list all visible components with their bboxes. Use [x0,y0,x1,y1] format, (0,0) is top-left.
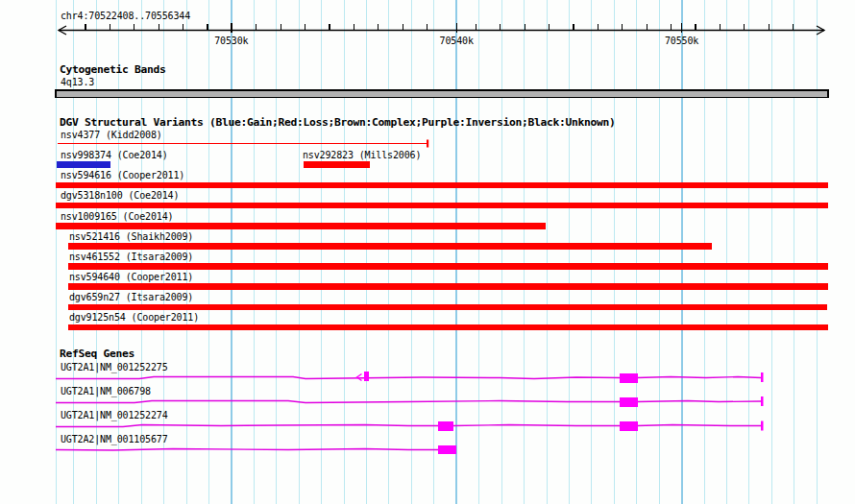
gene-exon-block[interactable] [438,445,456,455]
variant-label[interactable]: nsv594640 (Cooper2011) [69,272,193,282]
variant-bar[interactable] [68,263,828,270]
gene-end-tick [761,396,764,406]
variant-label[interactable]: nsv4377 (Kidd2008) [61,130,162,140]
section-title-cytogenetic-bands: Cytogenetic Bands [60,64,166,76]
variant-bar[interactable] [56,203,828,209]
section-title-refseq-genes: RefSeq Genes [60,348,134,360]
gene-intron-line[interactable] [56,425,761,427]
gene-exon-block[interactable] [620,421,638,431]
gene-intron-line[interactable] [56,401,761,403]
region-coordinates-label: chr4:70522408..70556344 [61,11,190,21]
variant-bar[interactable] [68,304,827,311]
variant-label[interactable]: nsv461552 (Itsara2009) [69,252,193,262]
gene-exon-block[interactable] [620,397,638,407]
variant-bar[interactable] [68,243,712,250]
variant-bar[interactable] [56,223,546,229]
gene-exon-block[interactable] [364,372,369,382]
gene-direction-arrow-icon [357,374,362,381]
variant-label[interactable]: nsv292823 (Mills2006) [303,150,421,160]
variant-bar[interactable] [56,182,828,189]
variant-label[interactable]: dgv5318n100 (Coe2014) [61,190,179,201]
ruler-tick-label: 70530k [208,36,255,46]
section-title-dgv-variants: DGV Structural Variants (Blue:Gain;Red:L… [60,117,616,129]
variant-label[interactable]: nsv998374 (Coe2014) [61,150,168,160]
cytoband-bar[interactable] [56,90,828,98]
ruler-tick-label: 70550k [659,36,705,46]
gene-end-tick [761,421,764,431]
variant-label[interactable]: nsv1009165 (Coe2014) [61,211,173,222]
variant-label[interactable]: dgv9125n54 (Cooper2011) [69,312,199,323]
gene-intron-line[interactable] [56,449,442,451]
variant-bar[interactable] [57,161,110,168]
gene-label[interactable]: UGT2A2|NM_001105677 [61,434,168,444]
gene-end-tick [761,372,764,382]
gene-label[interactable]: UGT2A1|NM_001252275 [61,362,168,372]
ruler-tick-label: 70540k [433,36,479,46]
variant-bar[interactable] [68,283,828,290]
genome-browser-view: chr4:70522408..70556344 Cytogenetic Band… [0,0,855,504]
cytoband-label: 4q13.3 [61,77,94,87]
variant-label[interactable]: nsv594616 (Cooper2011) [61,170,184,180]
variant-end-tick [427,140,428,148]
gene-label[interactable]: UGT2A1|NM_006798 [61,386,151,396]
variant-bar[interactable] [68,324,828,331]
gene-exon-block[interactable] [620,373,638,383]
variant-label[interactable]: nsv521416 (Shaikh2009) [69,231,193,242]
variant-label[interactable]: dgv659n27 (Itsara2009) [69,292,193,302]
variant-bar[interactable] [304,161,370,168]
gene-label[interactable]: UGT2A1|NM_001252274 [61,410,168,420]
gene-exon-block[interactable] [438,421,453,431]
gene-intron-line[interactable] [56,377,761,379]
